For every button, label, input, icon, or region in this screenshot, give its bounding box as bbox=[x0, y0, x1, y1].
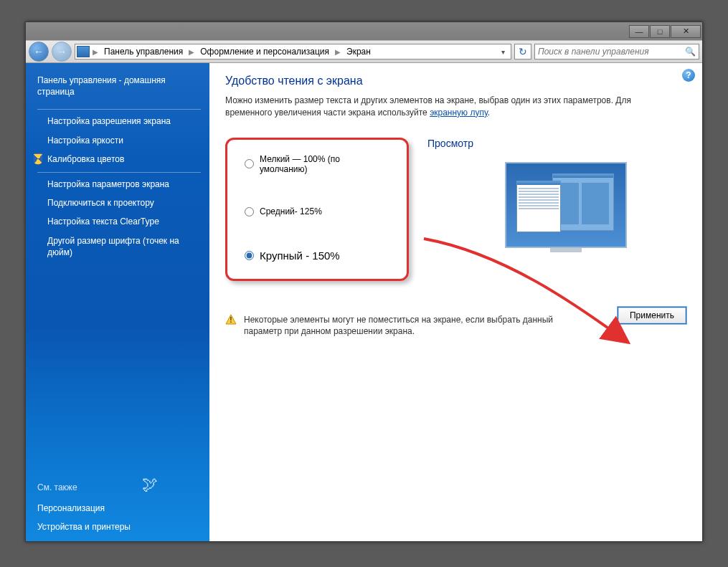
label-small: Мелкий — 100% (по умолчанию) bbox=[260, 154, 384, 174]
sidebar: Панель управления - домашняя страница На… bbox=[26, 63, 209, 541]
scale-options-group: Мелкий — 100% (по умолчанию) Средний- 12… bbox=[225, 138, 409, 281]
radio-large[interactable] bbox=[245, 251, 254, 260]
preview-monitor-icon bbox=[505, 162, 627, 248]
label-medium: Средний- 125% bbox=[260, 206, 322, 216]
titlebar: — □ ✕ bbox=[26, 22, 702, 40]
content-area: ? Удобство чтения с экрана Можно изменит… bbox=[209, 63, 702, 541]
warning-text: Некоторые элементы могут не поместиться … bbox=[244, 314, 581, 338]
apply-button[interactable]: Применить bbox=[618, 307, 686, 324]
forward-button[interactable]: → bbox=[52, 42, 72, 62]
sidebar-item-custom-dpi[interactable]: Другой размер шрифта (точек на дюйм) bbox=[37, 235, 201, 258]
close-button[interactable]: ✕ bbox=[671, 25, 701, 38]
warning-icon: ! bbox=[225, 314, 237, 325]
maximize-button[interactable]: □ bbox=[650, 25, 670, 38]
option-large[interactable]: Крупный - 150% bbox=[245, 249, 384, 262]
chevron-right-icon[interactable]: ▶ bbox=[91, 48, 100, 56]
back-button[interactable]: ← bbox=[29, 42, 49, 62]
refresh-button[interactable]: ↻ bbox=[514, 44, 531, 59]
label-large: Крупный - 150% bbox=[260, 249, 340, 262]
breadcrumb-level1[interactable]: Оформление и персонализация bbox=[197, 45, 332, 58]
breadcrumb-level2[interactable]: Экран bbox=[344, 45, 374, 58]
control-panel-icon bbox=[77, 46, 90, 57]
sidebar-item-projector[interactable]: Подключиться к проектору bbox=[37, 197, 201, 209]
magnifier-link[interactable]: экранную лупу bbox=[430, 108, 488, 118]
search-icon: 🔍 bbox=[685, 47, 696, 57]
search-box[interactable]: 🔍 bbox=[534, 44, 699, 59]
sidebar-item-resolution[interactable]: Настройка разрешения экрана bbox=[37, 115, 201, 127]
sidebar-separator bbox=[37, 109, 201, 110]
sidebar-item-brightness[interactable]: Настройка яркости bbox=[37, 135, 201, 146]
sidebar-home-link[interactable]: Панель управления - домашняя страница bbox=[37, 73, 201, 106]
search-input[interactable] bbox=[538, 47, 685, 57]
preview-area: Просмотр bbox=[426, 138, 689, 281]
option-small[interactable]: Мелкий — 100% (по умолчанию) bbox=[245, 154, 384, 174]
bird-icon: 🕊 bbox=[142, 475, 158, 494]
chevron-right-icon[interactable]: ▶ bbox=[334, 48, 342, 56]
sidebar-item-color-calibration[interactable]: Калибровка цветов bbox=[37, 153, 201, 165]
option-medium[interactable]: Средний- 125% bbox=[245, 206, 384, 216]
minimize-button[interactable]: — bbox=[629, 25, 649, 38]
help-icon[interactable]: ? bbox=[682, 69, 695, 82]
svg-text:!: ! bbox=[230, 316, 232, 324]
sidebar-item-cleartype[interactable]: Настройка текста ClearType bbox=[37, 216, 201, 227]
toolbar: ← → ▶ Панель управления ▶ Оформление и п… bbox=[26, 40, 702, 63]
breadcrumb-root[interactable]: Панель управления bbox=[101, 45, 186, 58]
see-also-header: См. также 🕊 bbox=[37, 482, 201, 492]
preview-header: Просмотр bbox=[426, 138, 689, 149]
control-panel-window: — □ ✕ ← → ▶ Панель управления ▶ Оформлен… bbox=[25, 22, 703, 542]
radio-medium[interactable] bbox=[245, 207, 254, 216]
page-description: Можно изменить размер текста и других эл… bbox=[225, 95, 663, 119]
address-dropdown-icon[interactable]: ▾ bbox=[497, 48, 509, 56]
sidebar-item-devices-printers[interactable]: Устройства и принтеры bbox=[37, 521, 201, 533]
page-title: Удобство чтения с экрана bbox=[225, 75, 689, 87]
address-bar[interactable]: ▶ Панель управления ▶ Оформление и персо… bbox=[75, 44, 511, 59]
radio-small[interactable] bbox=[245, 159, 254, 168]
chevron-right-icon[interactable]: ▶ bbox=[187, 48, 196, 56]
sidebar-separator bbox=[37, 172, 201, 173]
sidebar-item-personalization[interactable]: Персонализация bbox=[37, 502, 201, 514]
sidebar-item-display-settings[interactable]: Настройка параметров экрана bbox=[37, 178, 201, 190]
